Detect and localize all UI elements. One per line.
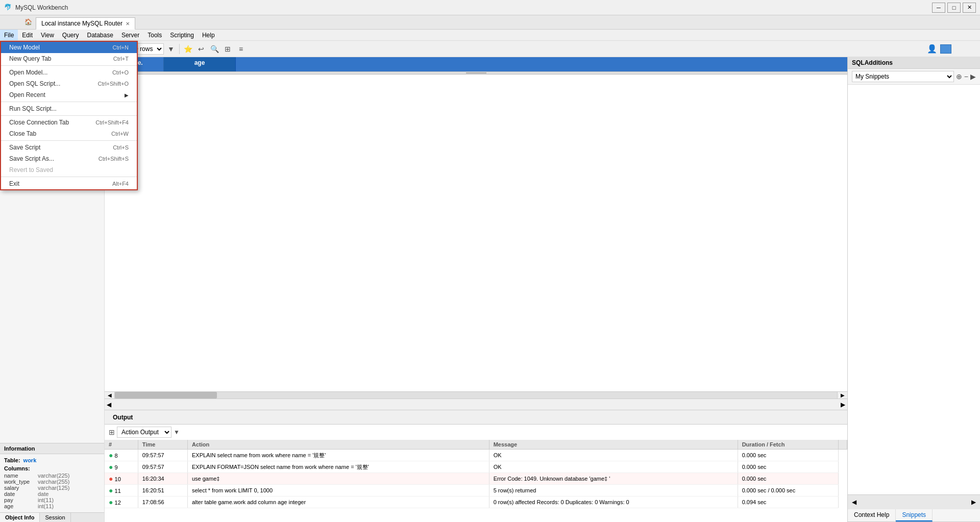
close-button[interactable]: ✕ [963, 3, 976, 13]
tab-label: Local instance MySQL Router [41, 20, 122, 27]
results-nav-bar: ◀ ▶ [105, 399, 847, 410]
information-section-title: Information [0, 443, 104, 454]
context-tabs-area: ◀ ▶ Context Help Snippets [848, 494, 980, 522]
result-columns-header: game. age [105, 57, 847, 71]
tab-bar: 🏠 Local instance MySQL Router ✕ [0, 15, 980, 30]
nav-prev-btn[interactable]: ◀ [107, 401, 111, 408]
toolbar-panel2-btn[interactable] [953, 44, 965, 54]
output-table-row: ● 9 09:57:57 EXPLAIN FORMAT=JSON select … [105, 461, 847, 473]
menu-item-close-tab[interactable]: Close Tab Ctrl+W [1, 128, 137, 139]
table-label: Table: [4, 457, 20, 463]
output-table-row: ● 11 16:20:51 select * from work LIMIT 0… [105, 485, 847, 496]
toolbar-panel1-btn[interactable] [940, 44, 951, 54]
menu-edit[interactable]: Edit [18, 30, 37, 40]
snippet-add-btn[interactable]: ⊕ [956, 72, 962, 81]
connection-tab[interactable]: Local instance MySQL Router ✕ [36, 17, 135, 30]
col-scroll [839, 440, 847, 450]
context-nav-next[interactable]: ▶ [971, 499, 976, 506]
home-tab[interactable]: 🏠 [20, 15, 36, 29]
menu-file[interactable]: File [0, 30, 18, 40]
status-ok-icon: ● [109, 451, 113, 459]
menu-server[interactable]: Server [117, 30, 143, 40]
context-help-tabs: Context Help Snippets [848, 509, 980, 522]
scroll-right-btn[interactable]: ▶ [837, 392, 847, 399]
action-icon: ⊞ [109, 428, 115, 436]
scroll-thumb [115, 392, 217, 399]
result-col-empty [236, 57, 847, 71]
toolbar-avatar-btn[interactable]: 👤 [926, 43, 938, 55]
context-nav-arrows: ◀ ▶ [848, 495, 980, 509]
menu-item-close-connection-tab[interactable]: Close Connection Tab Ctrl+Shift+F4 [1, 117, 137, 128]
toolbar-list-btn[interactable]: ≡ [235, 43, 247, 55]
menu-item-exit[interactable]: Exit Alt+F4 [1, 178, 137, 189]
bottom-output-area: Output ⊞ Action Output History Output Te… [105, 410, 847, 522]
information-panel: Table: work Columns: namevarchar(225) wo… [0, 454, 104, 512]
menu-view[interactable]: View [37, 30, 58, 40]
menu-item-open-model[interactable]: Open Model... Ctrl+O [1, 67, 137, 78]
toolbar-grid-btn[interactable]: ⊞ [222, 43, 234, 55]
sql-additions-header: SQLAdditions [848, 57, 980, 69]
toolbar-separator-2 [179, 44, 180, 54]
menu-separator-1 [1, 65, 137, 66]
output-table-row: ● 12 17:08:56 alter table game.work add … [105, 496, 847, 508]
menu-separator-2 [1, 102, 137, 102]
menu-item-save-script-as[interactable]: Save Script As... Ctrl+Shift+S [1, 153, 137, 164]
menu-item-revert: Revert to Saved [1, 164, 137, 176]
menu-item-save-script[interactable]: Save Script Ctrl+S [1, 142, 137, 153]
nav-next-btn[interactable]: ▶ [841, 401, 845, 408]
result-col-age: age [164, 57, 236, 71]
columns-list: namevarchar(225) work_typevarchar(255) s… [4, 473, 100, 509]
menu-scripting[interactable]: Scripting [166, 30, 198, 40]
tab-close-icon[interactable]: ✕ [126, 21, 130, 27]
toolbar-back-btn[interactable]: ↩ [195, 43, 207, 55]
right-panel: SQLAdditions My Snippets ⊕ − ▶ ◀ [847, 57, 980, 522]
results-grid-area [105, 74, 847, 391]
title-bar-controls: ─ □ ✕ [932, 3, 976, 13]
tab-context-help[interactable]: Context Help [848, 509, 896, 521]
status-err-icon: ● [109, 475, 113, 483]
main-layout: PERFORMANCE 📊 Dashboard 📄 Performance Re… [0, 57, 980, 522]
menu-separator-5 [1, 177, 137, 177]
scroll-track[interactable] [115, 392, 837, 399]
title-bar: 🐬 MySQL Workbench ─ □ ✕ [0, 0, 980, 15]
output-table-scroll[interactable]: # Time Action Message Duration / Fetch ● [105, 440, 847, 522]
output-table-row: ● 8 09:57:57 EXPLAIN select name from wo… [105, 450, 847, 461]
col-action: Action [187, 440, 489, 450]
toolbar-search-btn[interactable]: 🔍 [208, 43, 220, 55]
snippet-delete-btn[interactable]: − [964, 72, 968, 81]
toolbar-dropdown-btn[interactable]: ▼ [165, 43, 177, 55]
menu-item-new-model[interactable]: New Model Ctrl+N [1, 42, 137, 53]
horizontal-scroll-bar[interactable]: ◀ ▶ [105, 391, 847, 399]
minimize-button[interactable]: ─ [932, 3, 945, 13]
action-dropdown-btn[interactable]: ▼ [174, 429, 180, 436]
menu-bar: File Edit View Query Database Server Too… [0, 30, 980, 41]
maximize-button[interactable]: □ [947, 3, 961, 13]
menu-item-open-recent[interactable]: Open Recent ▶ [1, 89, 137, 101]
menu-tools[interactable]: Tools [143, 30, 166, 40]
toolbar-star-btn[interactable]: ⭐ [182, 43, 194, 55]
scroll-left-btn[interactable]: ◀ [105, 392, 115, 399]
status-ok-icon: ● [109, 486, 113, 494]
col-message: Message [489, 440, 738, 450]
sql-additions-title: SQLAdditions [852, 59, 893, 66]
action-output-select[interactable]: Action Output History Output Text Output [117, 427, 172, 438]
menu-item-run-sql[interactable]: Run SQL Script... [1, 103, 137, 114]
menu-separator-4 [1, 140, 137, 141]
menu-item-new-query-tab[interactable]: New Query Tab Ctrl+T [1, 53, 137, 64]
columns-label: Columns: [4, 465, 100, 471]
context-nav-prev[interactable]: ◀ [852, 499, 856, 506]
snippets-select[interactable]: My Snippets [852, 71, 954, 82]
snippet-run-btn[interactable]: ▶ [970, 72, 976, 81]
toolbar-panel3-btn[interactable] [967, 44, 978, 54]
col-hash: # [105, 440, 138, 450]
table-name-value: work [23, 457, 37, 463]
sidebar-tab-session[interactable]: Session [40, 513, 70, 522]
output-title: Output [109, 414, 137, 421]
menu-item-open-sql[interactable]: Open SQL Script... Ctrl+Shift+O [1, 78, 137, 89]
sidebar-tab-object-info[interactable]: Object Info [0, 513, 40, 522]
menu-help[interactable]: Help [198, 30, 219, 40]
menu-query[interactable]: Query [58, 30, 83, 40]
main-right: game. age ◀ ▶ [105, 57, 980, 522]
tab-snippets[interactable]: Snippets [896, 509, 933, 521]
menu-database[interactable]: Database [83, 30, 117, 40]
